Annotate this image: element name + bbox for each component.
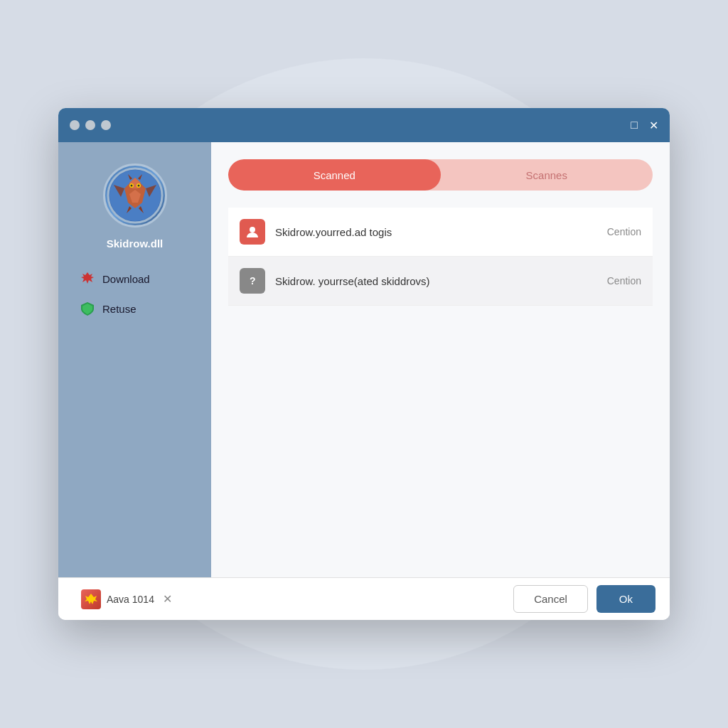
scan-item-1-action: Cention	[607, 226, 641, 237]
minimize-button[interactable]	[85, 120, 95, 130]
scan-results-list: Skidrow.yourred.ad togis Cention ? Skidr…	[228, 208, 653, 306]
svg-marker-19	[85, 594, 97, 604]
svg-marker-16	[81, 272, 94, 284]
title-bar: □ ✕	[58, 108, 670, 142]
avatar	[103, 164, 167, 228]
svg-point-7	[137, 185, 139, 187]
title-bar-right: □ ✕	[631, 119, 658, 132]
sidebar-item-download[interactable]: Download	[73, 267, 197, 291]
tab-scannes[interactable]: Scannes	[441, 159, 653, 191]
scan-item-1-name: Skidrow.yourred.ad togis	[275, 226, 607, 238]
background-circle: □ ✕	[58, 58, 670, 670]
close-icon[interactable]: ✕	[649, 119, 658, 132]
main-content: Skidrow.dll Download	[58, 142, 670, 577]
avatar-image	[107, 167, 164, 224]
sidebar: Skidrow.dll Download	[58, 142, 211, 577]
application-window: □ ✕	[58, 108, 670, 620]
bottom-tab-app-icon	[81, 589, 101, 609]
scan-item-2: ? Skidrow. yourrse(ated skiddrovs) Centi…	[228, 257, 653, 306]
sidebar-item-retuse[interactable]: Retuse	[73, 296, 197, 321]
svg-point-6	[130, 185, 132, 187]
download-label: Download	[102, 273, 150, 285]
restore-icon[interactable]: □	[631, 119, 638, 132]
bottom-buttons: Cancel Ok	[513, 585, 655, 613]
retuse-label: Retuse	[102, 303, 136, 315]
close-button[interactable]	[70, 120, 80, 130]
bottom-bar: Aava 1014 ✕ Cancel Ok	[58, 577, 670, 620]
scan-item-2-icon: ?	[240, 268, 265, 294]
bottom-tab-aava[interactable]: Aava 1014 ✕	[73, 585, 181, 614]
svg-point-17	[250, 227, 255, 232]
window-controls	[70, 120, 111, 130]
scan-item-1-icon	[240, 219, 265, 245]
filename-label: Skidrow.dll	[107, 237, 163, 250]
tab-scanned[interactable]: Scanned	[228, 159, 441, 191]
content-panel: Scanned Scannes	[211, 142, 670, 577]
svg-text:?: ?	[250, 275, 256, 287]
maximize-button[interactable]	[101, 120, 111, 130]
ok-button[interactable]: Ok	[596, 585, 655, 613]
scan-item-1: Skidrow.yourred.ad togis Cention	[228, 208, 653, 257]
scan-item-2-name: Skidrow. yourrse(ated skiddrovs)	[275, 275, 607, 287]
bottom-tab-close-icon[interactable]: ✕	[163, 592, 172, 606]
tabs-container: Scanned Scannes	[228, 159, 653, 191]
cancel-button[interactable]: Cancel	[513, 585, 588, 613]
bottom-tab-label: Aava 1014	[107, 594, 154, 605]
download-icon	[80, 271, 95, 287]
retuse-icon	[80, 301, 95, 316]
scan-item-2-action: Cention	[607, 275, 641, 287]
